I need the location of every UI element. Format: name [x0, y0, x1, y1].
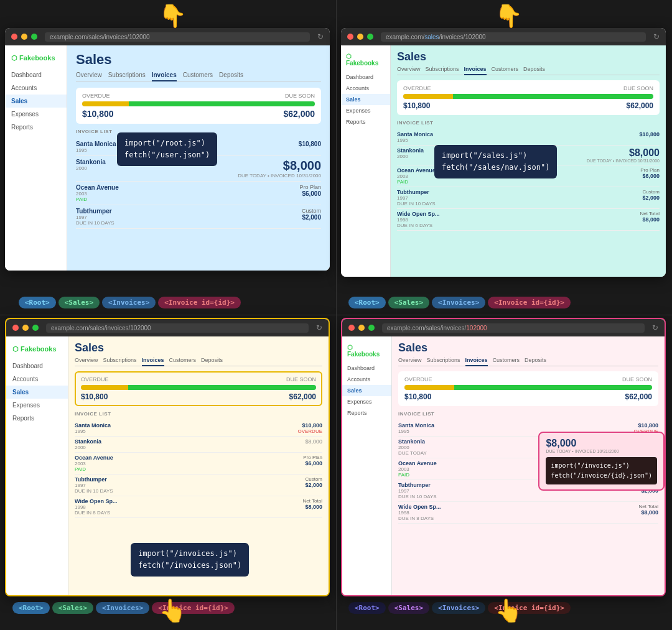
overdue-label: OVERDUE	[82, 93, 110, 99]
overdue-label-q3: OVERDUE	[81, 376, 109, 382]
tab-subscriptions-q2[interactable]: Subscriptions	[426, 66, 459, 72]
due-soon-label: DUE SOON	[285, 93, 315, 99]
due-soon-q3: $62,000	[289, 392, 316, 401]
tab-deposits-q3[interactable]: Deposits	[201, 357, 223, 363]
breadcrumb-sales-q4: <Sales>	[388, 602, 429, 614]
titlebar-q2: example.com/sales/invoices/102000 ↻	[341, 28, 666, 45]
sidebar-expenses-q4[interactable]: Expenses	[342, 396, 391, 407]
url-bar-q4[interactable]: example.com/sales/invoices/102000	[382, 323, 645, 333]
tab-invoices-q3[interactable]: Invoices	[142, 357, 164, 366]
tab-deposits-q4[interactable]: Deposits	[525, 357, 546, 363]
sidebar-reports-q2[interactable]: Reports	[341, 116, 390, 127]
reload-icon-q2[interactable]: ↻	[653, 32, 660, 41]
inv-right: $8,000	[305, 438, 322, 445]
url-bar-q3[interactable]: example.com/sales/invoices/102000	[46, 323, 309, 333]
sidebar-dashboard-q4[interactable]: Dashboard	[342, 363, 391, 374]
overdue-amount: $10,800	[82, 109, 114, 119]
invoice-left: Stankonia 2000	[76, 159, 106, 171]
invoice-plan: Custom	[302, 208, 321, 214]
inv-amount: $10,800	[297, 422, 322, 428]
sidebar-item-reports[interactable]: Reports	[5, 121, 67, 134]
invoice-row-ocean-avenue: Ocean Avenue 2003 PAID Pro Plan $6,000	[76, 182, 321, 205]
inv-year: 2000	[398, 445, 427, 450]
tab-subscriptions-q4[interactable]: Subscriptions	[427, 357, 460, 363]
sidebar-item-expenses[interactable]: Expenses	[5, 108, 67, 121]
page-title-q1: Sales	[76, 52, 321, 68]
stats-row-q2: OVERDUE DUE SOON	[403, 85, 653, 91]
url-bar-q2[interactable]: example.com/sales/invoices/102000	[381, 32, 646, 42]
inv-status: PAID	[75, 466, 113, 472]
tab-customers[interactable]: Customers	[183, 72, 213, 78]
inv-plan-amt: $2,000	[305, 482, 322, 488]
sidebar-accounts-q3[interactable]: Accounts	[6, 373, 68, 386]
inv-wide-q4: Wide Open Sp...1998DUE IN 8 DAYS Net Tot…	[398, 502, 658, 524]
dot-yellow-q4	[358, 325, 365, 331]
inv-stankonia-q4: Stankonia2000DUE TODAY $8,000 $8,000 DUE…	[398, 437, 658, 458]
sidebar-sales-q3[interactable]: Sales	[6, 386, 68, 399]
sidebar-accounts-q4[interactable]: Accounts	[342, 374, 391, 385]
tab-overview-q2[interactable]: Overview	[397, 66, 421, 72]
tab-subscriptions-q3[interactable]: Subscriptions	[103, 357, 137, 363]
progress-green-q3	[128, 385, 316, 390]
stats-labels: OVERDUE DUE SOON	[82, 93, 315, 99]
tab-deposits[interactable]: Deposits	[219, 72, 243, 78]
reload-icon-q3[interactable]: ↻	[316, 323, 322, 332]
quadrant-4: 👆 <Root> <Sales> <Invoices> <Invoice id=…	[336, 315, 672, 629]
tab-subscriptions[interactable]: Subscriptions	[108, 72, 146, 78]
dot-red-q2	[347, 34, 353, 40]
sidebar-dashboard-q2[interactable]: Dashboard	[341, 72, 390, 83]
inv-status: DUE IN 6 DAYS	[397, 223, 439, 228]
tab-deposits-q2[interactable]: Deposits	[523, 66, 545, 72]
tab-overview-q3[interactable]: Overview	[75, 357, 98, 363]
inv-stankonia-q3: Stankonia2000 $8,000	[75, 437, 322, 453]
sidebar-item-sales[interactable]: Sales	[5, 95, 67, 108]
arrow-up-icon-q4: 👆	[495, 598, 523, 624]
stankonia-amount: $8,000	[238, 159, 321, 173]
dot-yellow-q3	[22, 325, 29, 331]
progress-yellow-q3	[81, 385, 128, 390]
inv-wide-q2: Wide Open Sp...1998DUE IN 6 DAYS Net Tot…	[397, 209, 660, 231]
tab-overview[interactable]: Overview	[76, 72, 102, 78]
invoice-name: Santa Monica	[76, 141, 116, 147]
tab-invoices[interactable]: Invoices	[152, 72, 177, 81]
stankonia-highlight-box: $8,000 DUE TODAY • INVOICED 10/31/2000 i…	[538, 432, 665, 491]
sidebar-item-accounts[interactable]: Accounts	[5, 81, 67, 95]
tab-customers-q2[interactable]: Customers	[492, 66, 519, 72]
inv-tubthumper-q2: Tubthumper1997DUE IN 10 DAYS Custom$2,00…	[397, 187, 660, 209]
inv-santa-q2: Santa Monica1995 $10,800	[397, 129, 660, 146]
overdue-label-q2: OVERDUE	[403, 85, 431, 91]
sidebar-reports-q3[interactable]: Reports	[6, 412, 68, 425]
tab-overview-q4[interactable]: Overview	[398, 357, 422, 363]
invoice-status: DUE IN 10 DAYS	[76, 220, 114, 226]
tab-invoices-q4[interactable]: Invoices	[465, 357, 488, 366]
url-text: example.com/sales/invoices/102000	[50, 34, 150, 40]
inv-year: 2003	[398, 466, 437, 472]
reload-icon[interactable]: ↻	[317, 32, 324, 41]
quadrant-3: 👆 <Root> <Sales> <Invoices> <Invoice id=…	[0, 315, 336, 629]
inv-plan: Net Total	[639, 504, 658, 509]
inv-right: Net Total$8,000	[639, 504, 658, 516]
sidebar-sales-q4[interactable]: Sales	[342, 385, 391, 396]
tab-invoices-q2[interactable]: Invoices	[464, 66, 487, 75]
invoice-status: PAID	[76, 197, 119, 202]
stats-row-q4: OVERDUE DUE SOON	[404, 376, 652, 382]
overdue-label-q4: OVERDUE	[404, 376, 432, 382]
breadcrumb-sales-q3: <Sales>	[52, 602, 93, 614]
due-soon-label-q2: DUE SOON	[623, 85, 653, 91]
sidebar-expenses-q3[interactable]: Expenses	[6, 399, 68, 412]
reload-icon-q4[interactable]: ↻	[652, 323, 658, 332]
sidebar-reports-q4[interactable]: Reports	[342, 407, 391, 419]
stats-bar-q2: OVERDUE DUE SOON $10,800 $62,000	[397, 80, 660, 115]
sidebar-expenses-q2[interactable]: Expenses	[341, 105, 390, 116]
url-bar-q1[interactable]: example.com/sales/invoices/102000	[45, 32, 310, 42]
sidebar-accounts-q2[interactable]: Accounts	[341, 83, 390, 94]
sidebar-dashboard-q3[interactable]: Dashboard	[6, 359, 68, 373]
stats-highlight-q3: OVERDUE DUE SOON $10,800 $62,000	[75, 371, 322, 406]
progress-yellow-q4	[404, 385, 454, 390]
tab-customers-q3[interactable]: Customers	[169, 357, 197, 363]
tab-customers-q4[interactable]: Customers	[493, 357, 520, 363]
arrow-down-icon-q2: 👇	[495, 3, 523, 29]
sidebar-logo-q3: ⬡ Fakebooks	[6, 341, 68, 359]
sidebar-sales-q2[interactable]: Sales	[341, 94, 390, 105]
sidebar-item-dashboard[interactable]: Dashboard	[5, 68, 67, 81]
